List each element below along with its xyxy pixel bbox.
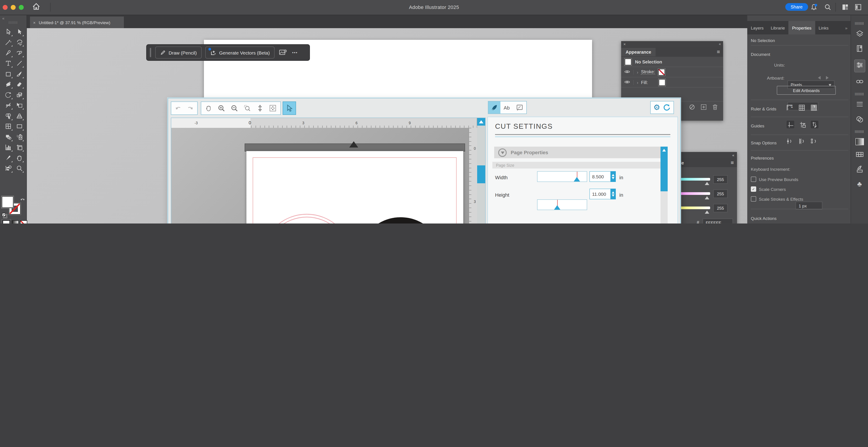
blend-tool[interactable] [3, 132, 13, 142]
zoom-selection-icon[interactable] [244, 105, 251, 112]
expand-chevron-icon-3[interactable]: › [633, 80, 639, 85]
selection-tool[interactable] [3, 27, 13, 37]
strip-grip-3[interactable]: |||||||| [855, 130, 864, 133]
arrange-documents-icon[interactable] [842, 4, 849, 12]
symbols-panel-icon[interactable]: ♣ [857, 180, 862, 188]
appearance-row-fill[interactable]: › Fill: [621, 77, 723, 88]
settings-scroll-up[interactable] [660, 147, 668, 154]
stroke-panel-icon[interactable] [856, 101, 863, 110]
rotate-tool[interactable] [3, 90, 13, 100]
green-slider-thumb[interactable] [705, 194, 709, 199]
undo-icon[interactable] [175, 105, 182, 111]
height-slider-thumb[interactable] [554, 205, 560, 210]
width-tool[interactable] [3, 100, 13, 110]
magic-wand-tool[interactable] [3, 37, 13, 47]
lasso-tool[interactable] [14, 37, 25, 47]
stroke-label[interactable]: Stroke: [641, 69, 655, 75]
snap-to-pixel-icon[interactable] [811, 138, 817, 145]
scale-strokes-row[interactable]: Scale Strokes & Effects [751, 196, 803, 201]
blade-tool-button[interactable] [488, 101, 500, 114]
use-preview-bounds-checkbox[interactable] [751, 177, 756, 182]
taskbar-more-icon[interactable]: ••• [292, 50, 298, 55]
page-properties-header[interactable]: Page Properties [494, 147, 661, 158]
width-slider-thumb[interactable] [574, 177, 580, 182]
appearance-row-selection[interactable]: No Selection [621, 57, 723, 67]
zoom-in-icon[interactable] [218, 105, 225, 112]
red-value[interactable]: 255 [713, 175, 727, 184]
workspace-switcher-icon[interactable] [855, 4, 862, 12]
color-collapse-icon[interactable]: « [732, 153, 734, 157]
free-transform-tool[interactable] [14, 100, 25, 110]
shaper-pencil-tool[interactable] [3, 79, 13, 89]
blue-value[interactable]: 255 [713, 204, 727, 212]
appearance-row-stroke[interactable]: › Stroke: [621, 67, 723, 77]
expand-chevron-icon[interactable]: › [633, 69, 639, 74]
brushes-panel-icon[interactable] [856, 165, 863, 175]
toolbar-grip[interactable]: |||||||| [0, 21, 26, 24]
generate-vectors-button[interactable]: Generate Vectors (Beta) [205, 46, 275, 59]
appearance-close-icon[interactable]: × [623, 42, 626, 46]
gradient-panel-icon[interactable] [855, 138, 864, 145]
snap-to-grid-icon[interactable] [799, 138, 805, 145]
scale-strokes-checkbox[interactable] [751, 196, 756, 201]
perspective-grid-tool[interactable] [14, 111, 25, 121]
paintbrush-tool[interactable] [14, 69, 25, 79]
taskbar-drag-handle[interactable] [150, 48, 151, 57]
properties-panel-icon[interactable] [854, 59, 865, 72]
layers-panel-icon[interactable] [856, 30, 863, 39]
keyboard-increment-value[interactable]: 1 px [796, 201, 823, 210]
curvature-tool[interactable] [14, 48, 25, 58]
default-fill-stroke-icon[interactable] [2, 212, 7, 220]
stroke-color-swatch[interactable] [658, 69, 665, 75]
strip-grip[interactable]: |||||||| [855, 22, 864, 25]
notifications-bell-icon[interactable] [810, 4, 817, 12]
column-graph-tool[interactable] [3, 142, 13, 153]
zoom-tool[interactable] [14, 163, 25, 173]
fill-swatch[interactable] [2, 196, 13, 208]
hex-value[interactable]: FFFFFF [703, 219, 733, 224]
line-segment-tool[interactable] [14, 58, 25, 68]
green-value[interactable]: 255 [713, 190, 727, 198]
swap-fill-stroke-icon[interactable] [20, 196, 25, 204]
height-spinner[interactable] [611, 189, 616, 199]
more-tabs-icon[interactable]: » [841, 21, 851, 34]
snap-to-point-icon[interactable] [786, 138, 793, 145]
cut-page[interactable]: SAY Yes TO NEW Adventures [246, 151, 463, 224]
redo-icon[interactable] [186, 105, 194, 111]
tab-libraries[interactable]: Librarie [767, 21, 788, 34]
pan-hand-icon[interactable] [205, 105, 212, 112]
mesh-tool[interactable] [3, 121, 13, 131]
hand-tool[interactable] [14, 153, 25, 163]
scale-corners-checkbox[interactable]: ✓ [751, 186, 756, 192]
width-value[interactable]: 8.500 [589, 171, 613, 182]
cut-pasteboard[interactable]: SAY Yes TO NEW Adventures [171, 128, 469, 224]
visibility-eye-icon[interactable] [624, 69, 630, 74]
show-rulers-icon[interactable] [786, 105, 793, 111]
none-mode-button[interactable] [20, 220, 27, 224]
lock-guides-icon[interactable] [799, 121, 806, 128]
reference-image-icon[interactable] [279, 49, 287, 56]
gradient-tool[interactable] [14, 121, 25, 131]
tab-layers[interactable]: Layers [747, 21, 767, 34]
cut-send-tool-button[interactable] [513, 101, 526, 114]
search-icon[interactable] [824, 4, 831, 12]
height-value[interactable]: 11.000 [589, 189, 613, 199]
fill-color-swatch[interactable] [659, 79, 665, 86]
sync-icon[interactable] [663, 103, 671, 111]
appearance-collapse-icon[interactable]: « [719, 42, 721, 46]
new-effect-icon[interactable] [701, 104, 707, 110]
text-tool-button[interactable]: Ab [500, 101, 513, 114]
width-slider[interactable] [537, 171, 587, 182]
next-artboard-icon[interactable] [826, 76, 829, 79]
tab-properties[interactable]: Properties [788, 21, 815, 34]
shape-builder-tool[interactable] [3, 111, 13, 121]
width-spinner[interactable] [611, 171, 616, 182]
scroll-up-button[interactable] [477, 118, 485, 126]
pen-tool[interactable] [3, 48, 13, 58]
color-panel-icon[interactable] [856, 115, 863, 125]
prev-artboard-icon[interactable] [818, 76, 820, 79]
direct-selection-tool[interactable] [14, 27, 25, 37]
show-guides-icon[interactable] [786, 121, 794, 128]
slice-tool[interactable] [3, 153, 13, 163]
vertical-scrollbar[interactable] [477, 118, 485, 224]
